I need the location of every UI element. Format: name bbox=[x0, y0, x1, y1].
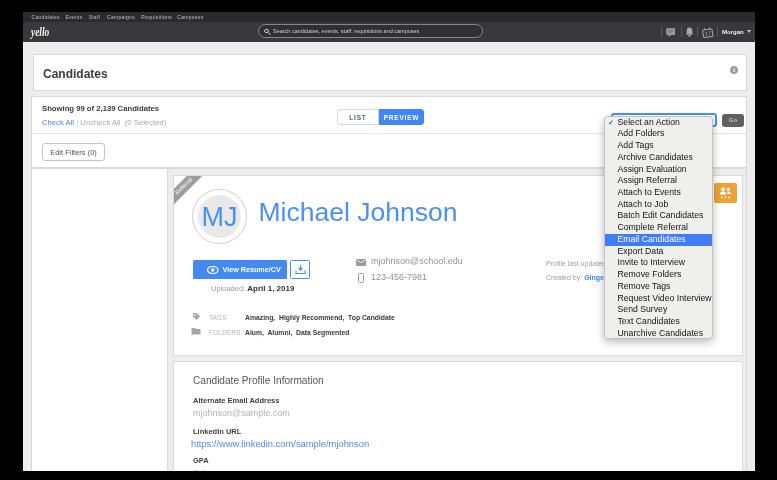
svg-text:17: 17 bbox=[704, 30, 711, 37]
